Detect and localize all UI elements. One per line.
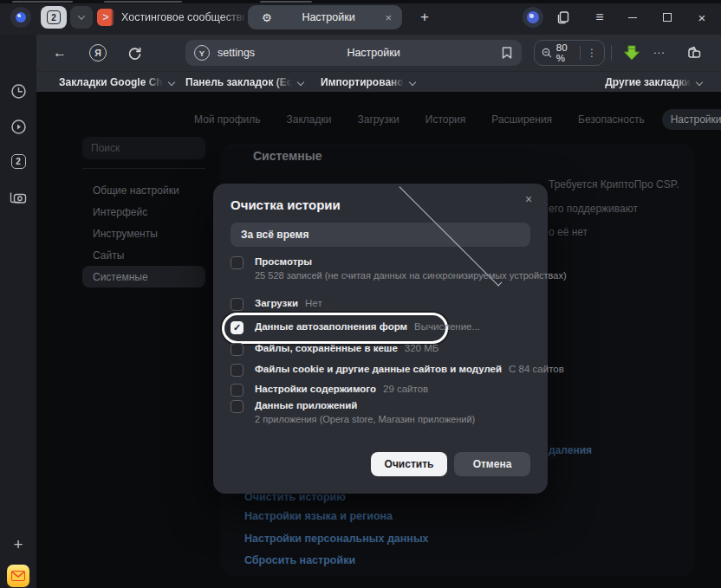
settings-sidebar: Общие настройки Интерфейс Инструменты Са… xyxy=(74,137,209,345)
toolbar: ← Я Y settings Настройки 80 % ⋮ ... xyxy=(36,35,721,71)
address-bar[interactable]: Y settings Настройки xyxy=(185,40,522,66)
side-rail: 2 + ••• xyxy=(0,35,36,588)
search-input[interactable] xyxy=(91,142,197,154)
chevron-down-icon xyxy=(78,12,85,19)
nav-bookmarks[interactable]: Закладки xyxy=(278,109,341,130)
background-text-fragment: Требуется КриптоПро CSP. xyxy=(549,178,679,191)
chevron-down-icon xyxy=(696,79,703,86)
page-title: Настройки xyxy=(255,47,501,59)
dialog-item-content-settings[interactable]: Настройки содержимого 29 сайтов xyxy=(231,384,532,397)
dialog-item-downloads[interactable]: Загрузки Нет xyxy=(231,298,532,311)
url-text: settings xyxy=(218,47,255,59)
extension-download-icon[interactable] xyxy=(619,40,645,66)
tab-hosting-community[interactable]: > Хостинговое сообщество xyxy=(97,5,244,29)
gear-icon: ⚙ xyxy=(262,11,272,24)
close-window-button[interactable]: × xyxy=(692,7,712,28)
background-link-fragment[interactable]: даления xyxy=(549,444,592,456)
loading-extension-icon[interactable]: ... xyxy=(653,43,666,56)
yandex-mail-icon[interactable] xyxy=(0,565,36,587)
media-play-icon[interactable] xyxy=(0,119,36,135)
sidebar-item-interface[interactable]: Интерфейс xyxy=(82,201,205,223)
dialog-item-autofill[interactable]: ✓ Данные автозаполнения форм Вычисление.… xyxy=(231,321,532,334)
toolbar-separator xyxy=(611,45,612,61)
checkbox-unchecked-icon[interactable] xyxy=(231,256,244,269)
collections-icon[interactable] xyxy=(681,40,707,66)
dialog-item-app-data[interactable]: Данные приложений 2 приложения (Opera st… xyxy=(231,400,532,424)
dialog-title: Очистка истории xyxy=(231,197,341,212)
yandex-home-button[interactable]: Я xyxy=(85,40,111,66)
checkbox-unchecked-icon[interactable] xyxy=(231,364,244,377)
nav-settings[interactable]: Настройки xyxy=(662,109,721,130)
other-bookmarks-button[interactable]: Другие закладки xyxy=(605,72,702,93)
period-select[interactable]: За всё время xyxy=(231,223,530,247)
panels-icon[interactable] xyxy=(553,7,574,28)
close-tab-icon[interactable]: × xyxy=(385,11,392,24)
site-favicon-icon: > xyxy=(97,9,114,26)
tab-title: Хостинговое сообщество xyxy=(121,11,244,23)
tab-settings[interactable]: ⚙ Настройки × xyxy=(248,5,402,29)
tabs-panel-icon[interactable]: 2 xyxy=(0,154,36,169)
zoom-menu-icon[interactable]: ⋮ xyxy=(580,46,597,60)
clear-history-dialog: × Очистка истории За всё время Просмотры… xyxy=(213,184,548,494)
settings-search[interactable] xyxy=(82,137,205,159)
dialog-item-browsing[interactable]: Просмотры 25 528 записей (не считая данн… xyxy=(231,256,532,281)
zoom-value: 80 % xyxy=(556,42,575,63)
bookmark-folder-imported[interactable]: Импортировано xyxy=(321,72,415,93)
settings-top-nav: Мой профиль Закладки Загрузки История Ра… xyxy=(185,109,721,130)
zoom-out-icon[interactable] xyxy=(542,47,552,59)
background-window-sliver xyxy=(0,0,721,3)
background-text-fragment: о её нет xyxy=(549,226,588,238)
dialog-item-cookies[interactable]: Файлы cookie и другие данные сайтов и мо… xyxy=(231,364,532,377)
sidebar-item-sites[interactable]: Сайты xyxy=(82,244,205,266)
nav-downloads[interactable]: Загрузки xyxy=(348,109,407,130)
sidebar-item-tools[interactable]: Инструменты xyxy=(82,223,205,244)
section-title: Системные xyxy=(253,149,322,163)
bookmarks-bar: Закладки Google Ch Панель закладок (Ec И… xyxy=(36,71,721,92)
nav-extensions[interactable]: Расширения xyxy=(483,109,561,130)
tab-title: Настройки xyxy=(272,11,386,23)
refresh-button[interactable] xyxy=(121,40,147,66)
zoom-control[interactable]: 80 % ⋮ xyxy=(534,40,605,66)
checkbox-unchecked-icon[interactable] xyxy=(231,400,244,413)
chevron-down-icon xyxy=(408,79,415,86)
checkbox-unchecked-icon[interactable] xyxy=(231,384,244,397)
clear-button[interactable]: Очистить xyxy=(371,452,447,476)
history-icon[interactable] xyxy=(0,83,36,100)
link-reset-settings[interactable]: Сбросить настройки xyxy=(244,554,355,566)
tab-counter-button[interactable]: 2 xyxy=(41,6,67,29)
menu-button[interactable]: ≡ xyxy=(589,7,610,28)
close-dialog-icon[interactable]: × xyxy=(520,191,537,208)
sidebar-item-system[interactable]: Системные xyxy=(82,266,205,288)
bookmark-folder-google[interactable]: Закладки Google Ch xyxy=(59,72,174,93)
new-tab-button[interactable]: + xyxy=(413,6,436,29)
protect-shield-icon: Y xyxy=(194,45,210,61)
checkbox-unchecked-icon[interactable] xyxy=(231,298,244,311)
chevron-down-icon xyxy=(167,79,174,86)
tab-count-badge: 2 xyxy=(47,10,61,24)
bookmark-folder-panel[interactable]: Панель закладок (Ec xyxy=(185,72,303,93)
cancel-button[interactable]: Отмена xyxy=(454,452,530,476)
sidebar-item-general[interactable]: Общие настройки xyxy=(82,179,205,201)
profile-avatar[interactable] xyxy=(523,7,543,28)
maximize-button[interactable] xyxy=(657,7,678,28)
background-text-fragment: его поддерживают xyxy=(549,203,638,215)
dialog-buttons: Очистить Отмена xyxy=(371,452,530,476)
minimize-button[interactable] xyxy=(622,7,643,28)
bookmark-icon[interactable] xyxy=(501,46,513,60)
link-language-region[interactable]: Настройки языка и региона xyxy=(244,510,393,522)
link-personal-data[interactable]: Настройки персональных данных xyxy=(244,533,429,545)
dialog-item-cache[interactable]: Файлы, сохранённые в кеше 320 МБ xyxy=(231,343,532,356)
checkbox-checked-icon[interactable]: ✓ xyxy=(231,321,244,334)
screenshot-icon[interactable] xyxy=(0,189,36,206)
sidebar-divider xyxy=(82,168,205,169)
checkbox-unchecked-icon[interactable] xyxy=(231,343,244,356)
titlebar: 2 > Хостинговое сообщество ⚙ Настройки ×… xyxy=(0,0,721,35)
back-button[interactable]: ← xyxy=(47,40,73,66)
browser-logo-icon[interactable] xyxy=(10,7,31,28)
tab-list-chevron-button[interactable] xyxy=(70,6,93,29)
nav-history[interactable]: История xyxy=(417,109,475,130)
add-panel-button[interactable]: + xyxy=(0,535,36,554)
nav-security[interactable]: Безопасность xyxy=(569,109,653,130)
period-value: За всё время xyxy=(241,229,380,241)
nav-my-profile[interactable]: Мой профиль xyxy=(185,109,270,130)
